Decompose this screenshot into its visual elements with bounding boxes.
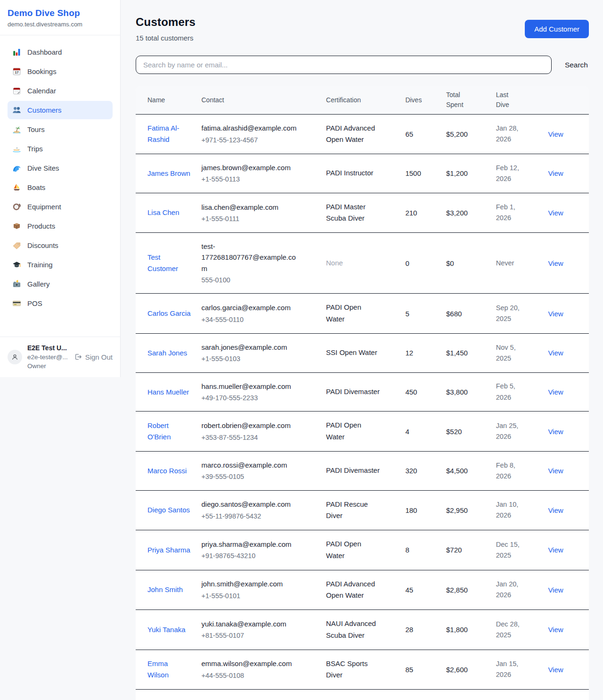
view-link[interactable]: View	[548, 546, 563, 554]
customer-last-dive-cell: Dec 28, 2025	[496, 610, 548, 650]
sidebar-item-bookings[interactable]: 17 Bookings	[8, 62, 113, 81]
page-title: Customers	[136, 16, 196, 29]
view-link[interactable]: View	[548, 388, 563, 396]
add-customer-button[interactable]: Add Customer	[525, 20, 589, 38]
sidebar-item-gallery[interactable]: Gallery	[8, 275, 113, 293]
sidebar-item-boats[interactable]: Boats	[8, 178, 113, 197]
customer-name-cell: Keiko Yamamoto	[136, 690, 201, 700]
sidebar-item-calendar[interactable]: Calendar	[8, 82, 113, 100]
customer-certification-cell: None	[326, 233, 405, 294]
sidebar: Demo Dive Shop demo.test.divestreams.com…	[0, 0, 121, 377]
customer-certification: PADI Advanced Open Water	[326, 123, 382, 146]
column-header-total-spent: Total Spent	[446, 86, 496, 114]
customer-last-dive-cell: Jan 25, 2026	[496, 412, 548, 452]
sidebar-item-discounts[interactable]: Discounts	[8, 236, 113, 255]
view-link[interactable]: View	[548, 349, 563, 357]
customer-phone: +1-555-0111	[201, 214, 322, 224]
customer-last-dive-cell: Dec 15, 2025	[496, 530, 548, 570]
customer-last-dive-cell: Nov 5, 2025	[496, 333, 548, 372]
customer-total-spent-cell: $1,200	[446, 154, 496, 193]
column-header-contact: Contact	[201, 86, 326, 114]
customer-dives-cell: 4	[405, 412, 446, 452]
customer-name-link[interactable]: Test Customer	[147, 252, 191, 274]
customer-name-link[interactable]: Emma Wilson	[147, 658, 191, 681]
customer-name-link[interactable]: Robert O'Brien	[147, 420, 191, 443]
customer-actions-cell: View	[548, 233, 589, 294]
customer-contact-cell: john.smith@example.com +1-555-0101	[201, 570, 326, 610]
customer-total-spent-cell: $0	[446, 233, 496, 294]
customer-email: priya.sharma@example.com	[201, 539, 298, 550]
shop-domain: demo.test.divestreams.com	[8, 21, 113, 28]
sidebar-item-trips[interactable]: Trips	[8, 140, 113, 158]
customer-last-dive-cell: Jan 28, 2026	[496, 114, 548, 154]
view-link[interactable]: View	[548, 209, 563, 217]
column-header-last-dive: Last Dive	[496, 86, 548, 114]
customer-phone: +91-98765-43210	[201, 551, 322, 561]
customer-dives-cell: 65	[405, 114, 446, 154]
customer-actions-cell: View	[548, 372, 589, 412]
customer-dives: 320	[405, 467, 417, 475]
speedboat-icon	[12, 144, 21, 153]
sidebar-item-dive-sites[interactable]: Dive Sites	[8, 159, 113, 177]
search-button[interactable]: Search	[564, 57, 589, 73]
customer-name-link[interactable]: Sarah Jones	[147, 347, 187, 359]
customer-phone: +44-555-0108	[201, 670, 322, 681]
customer-total-spent: $1,800	[446, 626, 468, 634]
customer-certification: PADI Divemaster	[326, 465, 380, 477]
customer-name-link[interactable]: Priya Sharma	[147, 544, 190, 556]
customer-name-link[interactable]: Carlos Garcia	[147, 308, 191, 319]
customer-name-link[interactable]: James Brown	[147, 168, 190, 179]
customer-dives-cell: 28	[405, 610, 446, 650]
view-link[interactable]: View	[548, 626, 563, 634]
search-input[interactable]	[136, 56, 552, 74]
customer-dives-cell: 12	[405, 333, 446, 372]
customer-dives: 450	[405, 388, 417, 396]
customer-name-link[interactable]: Diego Santos	[147, 504, 190, 516]
customer-last-dive-cell: Feb 10, 2026	[496, 690, 548, 700]
customer-name-link[interactable]: Marco Rossi	[147, 465, 187, 477]
sign-out-button[interactable]: Sign Out	[74, 353, 113, 361]
sidebar-item-training[interactable]: Training	[8, 255, 113, 274]
graduation-cap-icon	[12, 260, 21, 269]
customer-name-link[interactable]: Lisa Chen	[147, 207, 179, 218]
sidebar-item-pos[interactable]: POS	[8, 294, 113, 313]
sidebar-item-tours[interactable]: Tours	[8, 120, 113, 139]
page-header: Customers 15 total customers Add Custome…	[136, 16, 589, 42]
customer-last-dive-cell: Jan 10, 2026	[496, 490, 548, 530]
sidebar-item-dashboard[interactable]: Dashboard	[8, 43, 113, 61]
sidebar-item-products[interactable]: Products	[8, 217, 113, 235]
customer-name-link[interactable]: John Smith	[147, 584, 183, 595]
customer-phone: +1-555-0103	[201, 354, 322, 364]
view-link[interactable]: View	[548, 130, 563, 138]
view-link[interactable]: View	[548, 506, 563, 514]
customer-phone: +81-555-0107	[201, 630, 322, 641]
customer-certification-cell: PADI Advanced Open Water	[326, 570, 405, 610]
view-link[interactable]: View	[548, 310, 563, 318]
sidebar-item-customers[interactable]: Customers	[8, 101, 113, 119]
customer-name-link[interactable]: Fatima Al-Rashid	[147, 123, 191, 145]
sidebar-item-label: Gallery	[27, 280, 50, 288]
customer-count: 15 total customers	[136, 34, 196, 42]
customer-phone: +39-555-0105	[201, 471, 322, 482]
sidebar-item-equipment[interactable]: Equipment	[8, 198, 113, 216]
customer-name-cell: Robert O'Brien	[136, 412, 201, 452]
customer-name-link[interactable]: Hans Mueller	[147, 387, 189, 398]
customer-name-link[interactable]: Yuki Tanaka	[147, 624, 186, 635]
view-link[interactable]: View	[548, 467, 563, 475]
table-row: Fatima Al-Rashid fatima.alrashid@example…	[136, 114, 589, 154]
view-link[interactable]: View	[548, 259, 563, 267]
customer-certification: NAUI Advanced Scuba Diver	[326, 618, 382, 642]
customer-dives: 1500	[405, 169, 421, 177]
svg-text:17: 17	[15, 71, 19, 74]
view-link[interactable]: View	[548, 586, 563, 594]
customer-total-spent-cell: $2,950	[446, 490, 496, 530]
sidebar-item-label: Discounts	[27, 241, 58, 249]
view-link[interactable]: View	[548, 666, 563, 674]
view-link[interactable]: View	[548, 169, 563, 177]
customer-name-cell: James Brown	[136, 154, 201, 193]
column-header-certification: Certification	[326, 86, 405, 114]
customer-actions-cell: View	[548, 114, 589, 154]
customer-total-spent: $720	[446, 546, 462, 554]
customer-total-spent-cell: $2,600	[446, 650, 496, 690]
view-link[interactable]: View	[548, 428, 563, 436]
